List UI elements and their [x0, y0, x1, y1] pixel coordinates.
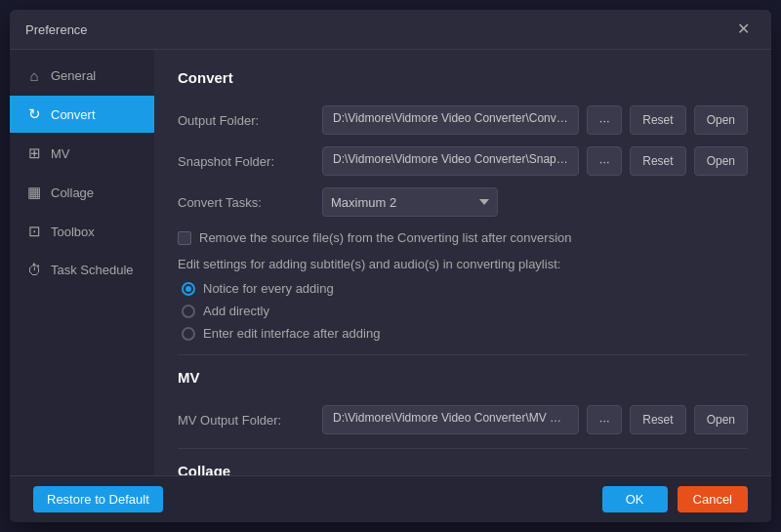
sidebar: ⌂ General ↻ Convert ⊞ MV ▦ Collage ⊡ Too…	[10, 50, 154, 475]
radio-enter-edit-row: Enter edit interface after adding	[182, 326, 748, 341]
mv-output-folder-value: D:\Vidmore\Vidmore Video Converter\MV Ex…	[322, 405, 579, 434]
sidebar-item-label: MV	[51, 146, 70, 161]
radio-add-directly-row: Add directly	[182, 304, 748, 318]
output-folder-label: Output Folder:	[178, 113, 314, 128]
mv-divider	[178, 354, 748, 355]
convert-tasks-select[interactable]: Maximum 1 Maximum 2 Maximum 3 Maximum 4	[322, 187, 498, 217]
collage-divider	[178, 448, 748, 449]
dialog-title: Preference	[25, 22, 88, 37]
radio-group-label: Edit settings for adding subtitle(s) and…	[178, 257, 748, 271]
mv-icon: ⊞	[25, 144, 43, 162]
snapshot-folder-browse-button[interactable]: ···	[587, 146, 622, 176]
mv-output-folder-open-button[interactable]: Open	[694, 405, 748, 434]
remove-source-row: Remove the source file(s) from the Conve…	[178, 230, 748, 245]
toolbox-icon: ⊡	[25, 223, 43, 240]
sidebar-item-task-schedule[interactable]: ⏱ Task Schedule	[10, 252, 154, 288]
radio-add-directly[interactable]	[182, 305, 195, 318]
output-folder-row: Output Folder: D:\Vidmore\Vidmore Video …	[178, 105, 748, 135]
output-folder-browse-button[interactable]: ···	[587, 105, 622, 135]
snapshot-folder-open-button[interactable]: Open	[694, 146, 748, 176]
title-bar: Preference ✕	[10, 10, 771, 50]
radio-enter-edit[interactable]	[182, 327, 195, 341]
snapshot-folder-row: Snapshot Folder: D:\Vidmore\Vidmore Vide…	[178, 146, 748, 176]
sidebar-item-toolbox[interactable]: ⊡ Toolbox	[10, 213, 154, 250]
mv-section-title: MV	[178, 369, 748, 391]
remove-source-label: Remove the source file(s) from the Conve…	[199, 230, 572, 245]
mv-output-folder-label: MV Output Folder:	[178, 413, 314, 428]
radio-notice-row: Notice for every adding	[182, 281, 748, 296]
radio-add-directly-label: Add directly	[203, 304, 269, 318]
convert-icon: ↻	[25, 105, 43, 123]
radio-enter-edit-label: Enter edit interface after adding	[203, 326, 380, 341]
footer: Restore to Default OK Cancel	[10, 475, 771, 522]
snapshot-folder-label: Snapshot Folder:	[178, 154, 314, 169]
snapshot-folder-reset-button[interactable]: Reset	[630, 146, 685, 176]
snapshot-folder-value: D:\Vidmore\Vidmore Video Converter\Snaps…	[322, 146, 579, 176]
close-button[interactable]: ✕	[731, 20, 756, 39]
sidebar-item-convert[interactable]: ↻ Convert	[10, 96, 154, 133]
collage-section-title: Collage	[178, 463, 748, 475]
footer-right-buttons: OK Cancel	[602, 486, 748, 512]
output-folder-value: D:\Vidmore\Vidmore Video Converter\Conve…	[322, 105, 579, 135]
radio-notice[interactable]	[182, 282, 195, 296]
home-icon: ⌂	[25, 67, 43, 84]
sidebar-item-label: General	[51, 68, 96, 83]
convert-tasks-row: Convert Tasks: Maximum 1 Maximum 2 Maxim…	[178, 187, 748, 217]
convert-section-title: Convert	[178, 69, 748, 92]
sidebar-item-label: Toolbox	[51, 225, 95, 239]
convert-tasks-label: Convert Tasks:	[178, 195, 314, 210]
output-folder-open-button[interactable]: Open	[694, 105, 748, 135]
sidebar-item-label: Collage	[51, 185, 94, 200]
clock-icon: ⏱	[25, 262, 43, 278]
sidebar-item-label: Task Schedule	[51, 263, 134, 277]
content-area: ⌂ General ↻ Convert ⊞ MV ▦ Collage ⊡ Too…	[10, 50, 771, 475]
radio-notice-label: Notice for every adding	[203, 281, 334, 296]
mv-output-folder-row: MV Output Folder: D:\Vidmore\Vidmore Vid…	[178, 405, 748, 434]
cancel-button[interactable]: Cancel	[678, 486, 748, 512]
sidebar-item-general[interactable]: ⌂ General	[10, 58, 154, 94]
output-folder-reset-button[interactable]: Reset	[630, 105, 685, 135]
restore-default-button[interactable]: Restore to Default	[33, 486, 163, 512]
ok-button[interactable]: OK	[602, 486, 668, 512]
sidebar-item-mv[interactable]: ⊞ MV	[10, 135, 154, 172]
preference-dialog: Preference ✕ ⌂ General ↻ Convert ⊞ MV ▦ …	[10, 10, 771, 522]
sidebar-item-label: Convert	[51, 107, 96, 122]
collage-icon: ▦	[25, 184, 43, 201]
mv-output-folder-browse-button[interactable]: ···	[587, 405, 622, 434]
sidebar-item-collage[interactable]: ▦ Collage	[10, 174, 154, 211]
mv-output-folder-reset-button[interactable]: Reset	[630, 405, 685, 434]
main-panel: Convert Output Folder: D:\Vidmore\Vidmor…	[154, 50, 771, 475]
remove-source-checkbox[interactable]	[178, 231, 191, 245]
